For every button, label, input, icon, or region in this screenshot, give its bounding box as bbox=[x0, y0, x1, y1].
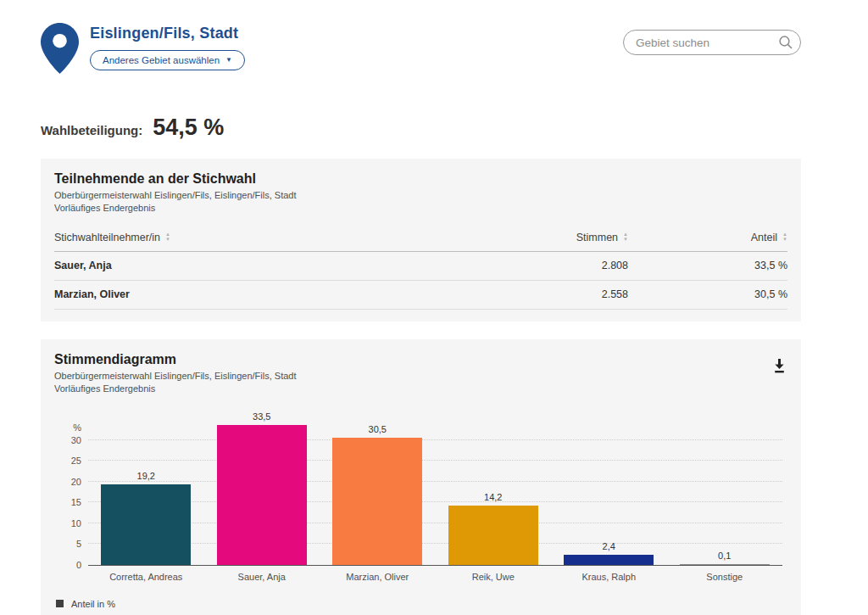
change-area-button[interactable]: Anderes Gebiet auswählen ▼ bbox=[90, 50, 245, 70]
bar-value-label: 33,5 bbox=[204, 411, 320, 422]
bar bbox=[217, 425, 307, 564]
bar-chart: 051015202530%19,233,530,514,22,40,1 Corr… bbox=[54, 411, 787, 582]
bar-value-label: 14,2 bbox=[436, 492, 552, 502]
y-axis-tick-label: 20 bbox=[53, 477, 81, 487]
location-pin-icon bbox=[41, 23, 79, 74]
y-axis-tick-label: 30 bbox=[53, 435, 81, 445]
y-axis-tick-label: 5 bbox=[53, 539, 81, 549]
download-icon bbox=[773, 359, 786, 373]
turnout-label: Wahlbeteiligung: bbox=[41, 123, 142, 137]
sort-icon: ▲▼ bbox=[165, 232, 170, 242]
x-axis-category-label: Reik, Uwe bbox=[436, 572, 552, 582]
chart-x-labels: Corretta, AndreasSauer, AnjaMarzian, Oli… bbox=[88, 572, 782, 582]
region-title: Eislingen/Fils, Stadt bbox=[90, 25, 245, 42]
header: Eislingen/Fils, Stadt Anderes Gebiet aus… bbox=[41, 0, 801, 74]
bar-column: 2,4 bbox=[551, 411, 667, 565]
x-axis-category-label: Sauer, Anja bbox=[204, 572, 320, 582]
column-header-participant-label: Stichwahlteilnehmer/in bbox=[54, 232, 160, 243]
bar-column: 30,5 bbox=[320, 411, 436, 565]
bar bbox=[448, 506, 538, 565]
chart-card: Stimmendiagramm Oberbürgermeisterwahl Ei… bbox=[41, 339, 801, 615]
download-button[interactable] bbox=[771, 357, 787, 377]
x-axis-category-label: Marzian, Oliver bbox=[320, 572, 436, 582]
bar bbox=[101, 484, 191, 564]
column-header-participant[interactable]: Stichwahlteilnehmer/in ▲▼ bbox=[54, 226, 463, 252]
participant-votes: 2.808 bbox=[463, 251, 628, 280]
participant-name: Sauer, Anja bbox=[54, 251, 463, 280]
bar-column: 0,1 bbox=[667, 411, 783, 565]
legend-swatch bbox=[56, 600, 64, 607]
bar-column: 14,2 bbox=[436, 411, 552, 565]
search-box bbox=[623, 30, 801, 55]
bar-column: 19,2 bbox=[88, 411, 204, 565]
chevron-down-icon: ▼ bbox=[225, 57, 232, 64]
bar-value-label: 19,2 bbox=[88, 471, 204, 481]
legend-label: Anteil in % bbox=[71, 599, 115, 609]
runoff-card: Teilnehmende an der Stichwahl Oberbürger… bbox=[41, 159, 801, 321]
x-axis-category-label: Sonstige bbox=[667, 572, 783, 582]
x-axis-category-label: Corretta, Andreas bbox=[88, 572, 204, 582]
x-axis-category-label: Kraus, Ralph bbox=[551, 572, 667, 582]
runoff-card-subtitle-1: Oberbürgermeisterwahl Eislingen/Fils, Ei… bbox=[54, 189, 787, 202]
column-header-votes[interactable]: Stimmen ▲▼ bbox=[463, 226, 628, 252]
chart-card-subtitle-1: Oberbürgermeisterwahl Eislingen/Fils, Ei… bbox=[54, 370, 297, 383]
y-axis-unit-label: % bbox=[53, 422, 81, 433]
runoff-card-title: Teilnehmende an der Stichwahl bbox=[54, 171, 787, 187]
sort-icon: ▲▼ bbox=[782, 232, 787, 242]
search-icon[interactable] bbox=[778, 35, 793, 50]
bar-column: 33,5 bbox=[204, 411, 320, 565]
page-container: Eislingen/Fils, Stadt Anderes Gebiet aus… bbox=[41, 0, 801, 615]
participant-name: Marzian, Oliver bbox=[54, 280, 463, 309]
participant-votes: 2.558 bbox=[463, 280, 628, 309]
participant-share: 30,5 % bbox=[628, 280, 787, 309]
bars-row: 19,233,530,514,22,40,1 bbox=[88, 411, 782, 565]
runoff-card-subtitle-2: Vorläufiges Endergebnis bbox=[54, 202, 787, 215]
column-header-votes-label: Stimmen bbox=[576, 232, 618, 243]
runoff-table: Stichwahlteilnehmer/in ▲▼ Stimmen ▲▼ Ant… bbox=[54, 226, 787, 310]
bar-value-label: 30,5 bbox=[320, 424, 436, 434]
runoff-table-body: Sauer, Anja2.80833,5 %Marzian, Oliver2.5… bbox=[54, 251, 787, 309]
change-area-label: Anderes Gebiet auswählen bbox=[103, 55, 220, 65]
brand: Eislingen/Fils, Stadt Anderes Gebiet aus… bbox=[41, 23, 245, 74]
column-header-share[interactable]: Anteil ▲▼ bbox=[628, 226, 787, 252]
chart-plot-area: 051015202530%19,233,530,514,22,40,1 bbox=[88, 411, 782, 566]
table-row: Marzian, Oliver2.55830,5 % bbox=[54, 280, 787, 309]
turnout: Wahlbeteiligung: 54,5 % bbox=[41, 115, 801, 141]
chart-card-subtitle-2: Vorläufiges Endergebnis bbox=[54, 383, 297, 395]
bar bbox=[332, 438, 422, 564]
table-row: Sauer, Anja2.80833,5 % bbox=[54, 251, 787, 280]
chart-legend: Anteil in % bbox=[56, 599, 787, 609]
bar-value-label: 2,4 bbox=[551, 541, 667, 551]
participant-share: 33,5 % bbox=[628, 251, 787, 280]
y-axis-tick-label: 10 bbox=[53, 518, 81, 528]
bar bbox=[564, 555, 654, 565]
y-axis-tick-label: 0 bbox=[53, 560, 81, 570]
chart-card-title: Stimmendiagramm bbox=[54, 352, 297, 367]
column-header-share-label: Anteil bbox=[751, 232, 777, 243]
turnout-value: 54,5 % bbox=[153, 115, 224, 141]
y-axis-tick-label: 15 bbox=[53, 497, 81, 507]
search-input[interactable] bbox=[623, 30, 801, 55]
bar-value-label: 0,1 bbox=[667, 551, 783, 561]
y-axis-tick-label: 25 bbox=[53, 456, 81, 466]
sort-icon: ▲▼ bbox=[623, 232, 628, 242]
